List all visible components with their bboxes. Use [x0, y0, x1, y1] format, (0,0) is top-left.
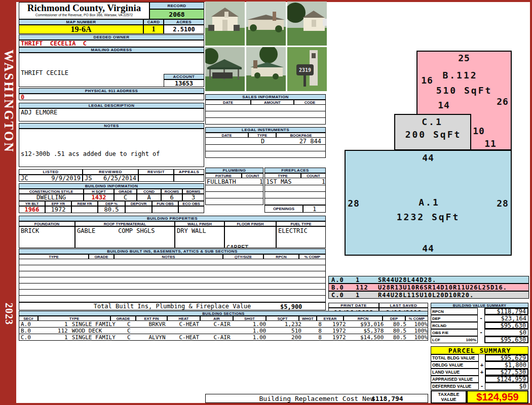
bs-grade: C — [116, 321, 141, 328]
ecoobs-label: ECO OBS — [178, 201, 204, 206]
parcel-row: TOTAL BLDG VALUE $95,629 — [431, 354, 528, 361]
funobs-value — [152, 206, 178, 213]
construction-style-value: DWELLING — [19, 194, 84, 201]
dim-c-right-lower: 11 — [484, 138, 497, 149]
plumbing-fixture-value: FULLBATH — [206, 178, 246, 185]
bs-air-label: AIR — [200, 316, 233, 321]
bvs-value: $118,794 — [484, 308, 528, 315]
record-value: 2068 — [149, 9, 204, 19]
construction-style-label: CONSTRUCTION STYLE — [19, 189, 84, 194]
roof-value: GABLE COMP SHGLS — [75, 226, 175, 248]
plumbing-row: FULLBATH 1 — [205, 178, 263, 185]
parcel-op — [479, 354, 485, 361]
wall-finish-value: DRY WALL — [175, 226, 224, 248]
sales-code-label: CODE — [294, 100, 326, 105]
sketch-b-sqft: 510 SqFt — [436, 85, 492, 96]
dim-b-inner: 14 — [438, 100, 450, 110]
vector-mult: 112 — [356, 284, 378, 291]
fireplace-empty-row — [264, 198, 326, 205]
parcel-value: $95,629 — [485, 354, 528, 361]
bs-eyear: 1972 — [322, 321, 346, 328]
notes-label: NOTES — [19, 123, 204, 129]
dates-header: PRINT DATE LAST SAVED — [328, 303, 428, 308]
rooms-value: 6 — [161, 194, 182, 201]
sketch-b-name: B.112 — [442, 70, 477, 80]
parcel-op — [479, 376, 485, 383]
reviewed-by: JS — [85, 175, 92, 182]
building-properties-values: BRICK GABLE COMP SHGLS DRY WALL CARPET T… — [19, 226, 326, 248]
deeded-owner-value: THRIFT CECELIA C — [19, 40, 204, 47]
depovr-label: DEPOVR — [125, 201, 152, 206]
plumbing-count-label: COUNT — [242, 173, 263, 178]
vector-path: SR44U28L44D28. — [378, 276, 436, 284]
parcel-label: OBLDG VALUE — [431, 361, 479, 369]
dim-b-top: 25 — [458, 53, 470, 63]
vector-path: R44U28L11SU10L20D10R20. — [378, 292, 474, 299]
built-ins-header: TYPE GRADE NOTES QTY/SIZE RPCN % COMP — [19, 254, 326, 259]
built-ins-empty-row — [19, 284, 326, 290]
dim-b-left: 16 — [421, 75, 433, 86]
vector-row-b: B.0 112 U28R13U10R6SR14D10R11U26L25D16. — [328, 284, 529, 291]
map-number-label: MAP NUMBER — [19, 19, 143, 25]
remyr-value — [71, 206, 98, 213]
building-section-row: C.0 1 SINGLE FAMILY C ALVYN C-HEAT C-AIR… — [19, 334, 428, 341]
property-photo[interactable] — [246, 2, 286, 46]
floor-finish-line: CARPET — [226, 244, 274, 248]
parcel-summary-label: PARCEL SUMMARY — [431, 346, 528, 354]
building-sections-header: SEC# TYPE GRADE EXT FIN HEAT AIR SHGT SQ… — [19, 316, 428, 321]
floor-finish-value: CARPET TILE — [224, 226, 276, 248]
bs-ext: BRKVR — [141, 321, 173, 328]
legal-instruments-header: DATE TYPE BOOKPAGE — [205, 133, 326, 138]
openings-row: OPENINGS 1 — [264, 205, 326, 213]
parcel-label: TOTAL BLDG VALUE — [431, 354, 479, 361]
bs-whgt: 8 — [301, 328, 322, 334]
revisit-label: REVISIT — [138, 169, 174, 175]
fuel-type-label: FUEL TYPE — [276, 221, 326, 226]
taxable-value-label: TAXABLE VALUE — [431, 390, 467, 403]
bvs-op — [478, 336, 484, 343]
built-ins-empty-row — [19, 290, 326, 296]
building-section-row: B.0 112 WOOD DECK C 1.00 510 8 1972 $5,3… — [19, 328, 428, 334]
bs-grade-label: GRADE — [110, 316, 136, 321]
bs-eyear: 1972 — [322, 334, 346, 341]
physical-911-label: PHYSICAL 911 ADDRESS — [19, 88, 204, 94]
bs-rpcn: $93,016 — [346, 321, 384, 328]
plumbing-fixture-label: FIXTURE — [205, 173, 242, 178]
built-ins-empty-row — [19, 277, 326, 284]
bs-ext: ALVYN — [141, 334, 173, 341]
sales-information-label: SALES INFORMATION — [205, 94, 326, 100]
parcel-op: - — [479, 383, 485, 390]
fireplaces-label: FIREPLACES — [264, 168, 326, 173]
dim-a-bottom: 44 — [422, 243, 434, 254]
vector-sec: B.0 — [329, 284, 356, 291]
hsqft-value: 1432 — [84, 194, 114, 201]
bs-shgt: 1.00 — [238, 321, 266, 328]
building-value-summary-label: BUILDING VALUE SUMMARY — [431, 303, 528, 308]
bs-dep-label: DEP — [383, 316, 405, 321]
property-photo[interactable] — [246, 47, 286, 91]
photo-grid: 2319 — [205, 2, 327, 91]
state-binding-label: WASHINGTON — [2, 50, 16, 153]
fireplace-empty-row — [264, 192, 326, 198]
building-information-label: BUILDING INFORMATION — [19, 183, 204, 189]
bs-comp: 100% — [406, 334, 428, 341]
bs-sec-label: SEC# — [19, 316, 38, 321]
legal-description-label: LEGAL DESCRIPTION — [19, 103, 204, 108]
dim-a-top: 44 — [422, 152, 434, 163]
property-photo[interactable] — [205, 47, 245, 91]
bvs-label: RPCN — [431, 308, 478, 315]
property-photo[interactable] — [287, 2, 327, 46]
listed-by: JC — [21, 175, 28, 182]
property-photo[interactable] — [205, 2, 245, 46]
cond-label: COND — [137, 189, 161, 194]
built-ins-empty-row — [19, 265, 326, 271]
built-ins-comp-label: % COMP — [299, 254, 326, 259]
bs-sec: A.0 — [19, 321, 40, 328]
mailbox-photo[interactable]: 2319 — [287, 47, 327, 91]
vector-row-c: C.0 1 R44U28L11SU10L20D10R20. — [328, 291, 529, 299]
funobs-label: FUN OBS — [152, 201, 178, 206]
bvs-label: LCF100% — [431, 336, 478, 343]
sketch-a-sqft: 1232 SqFt — [397, 212, 460, 222]
li-type-value: D — [249, 138, 277, 144]
bvs-op — [478, 322, 484, 329]
